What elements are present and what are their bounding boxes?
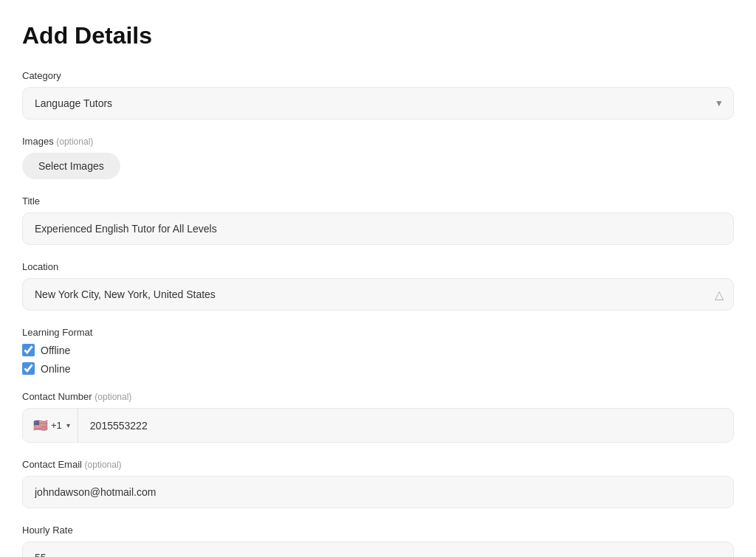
hourly-rate-label: Hourly Rate	[22, 525, 734, 536]
category-label: Category	[22, 70, 734, 81]
page-title: Add Details	[22, 22, 734, 49]
offline-label: Offline	[41, 345, 70, 356]
contact-number-label: Contact Number (optional)	[22, 391, 734, 402]
hourly-rate-input[interactable]	[22, 542, 734, 557]
contact-number-section: Contact Number (optional) 🇺🇸 +1 ▾	[22, 391, 734, 443]
title-label: Title	[22, 196, 734, 207]
location-input-wrapper: △	[22, 278, 734, 311]
location-input[interactable]	[22, 278, 734, 311]
location-label: Location	[22, 261, 734, 272]
category-select-wrapper: Language TutorsMath TutorsScience Tutors…	[22, 87, 734, 120]
category-select[interactable]: Language TutorsMath TutorsScience Tutors…	[22, 87, 734, 120]
offline-checkbox[interactable]	[22, 344, 35, 356]
contact-email-label: Contact Email (optional)	[22, 459, 734, 470]
location-icon: △	[715, 288, 724, 302]
title-input[interactable]	[22, 212, 734, 245]
phone-number-input[interactable]	[78, 410, 733, 441]
phone-input-wrapper: 🇺🇸 +1 ▾	[22, 408, 734, 443]
country-code-label: +1	[51, 420, 62, 431]
contact-email-section: Contact Email (optional)	[22, 459, 734, 508]
location-section: Location △	[22, 261, 734, 311]
category-section: Category Language TutorsMath TutorsScien…	[22, 70, 734, 120]
online-label: Online	[41, 363, 70, 375]
images-section: Images (optional) Select Images	[22, 136, 734, 179]
select-images-button[interactable]: Select Images	[22, 153, 120, 179]
title-section: Title	[22, 196, 734, 245]
contact-email-input[interactable]	[22, 476, 734, 508]
learning-format-checkboxes: Offline Online	[22, 344, 734, 375]
offline-checkbox-item[interactable]: Offline	[22, 344, 734, 356]
online-checkbox-item[interactable]: Online	[22, 362, 734, 375]
learning-format-label: Learning Format	[22, 327, 734, 338]
country-code-select[interactable]: 🇺🇸 +1 ▾	[23, 409, 78, 442]
online-checkbox[interactable]	[22, 362, 35, 375]
country-chevron-icon: ▾	[66, 421, 70, 429]
images-label: Images (optional)	[22, 136, 734, 147]
learning-format-section: Learning Format Offline Online	[22, 327, 734, 375]
hourly-rate-section: Hourly Rate	[22, 525, 734, 557]
flag-icon: 🇺🇸	[33, 418, 48, 432]
